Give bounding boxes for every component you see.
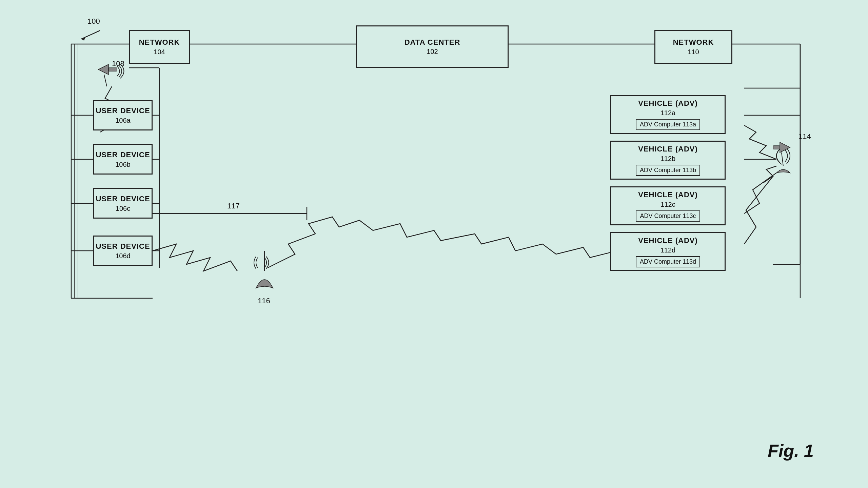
data-center-102-box: DATA CENTER 102	[356, 25, 509, 68]
vehicle-112b-title: VEHICLE (ADV)	[638, 144, 698, 154]
svg-rect-32	[108, 68, 117, 71]
vehicle-112a-title: VEHICLE (ADV)	[638, 99, 698, 108]
vehicle-112a-id: 112a	[660, 109, 676, 117]
user-device-106a-box: USER DEVICE 106a	[93, 100, 153, 130]
vehicle-112b-computer: ADV Computer 113b	[636, 165, 700, 176]
network-104-box: NETWORK 104	[129, 30, 190, 64]
antenna-116	[251, 251, 278, 295]
network-110-box: NETWORK 110	[654, 30, 732, 64]
data-center-102-title: DATA CENTER	[405, 38, 460, 47]
user-device-106a-id: 106a	[115, 117, 131, 124]
network-110-title: NETWORK	[673, 38, 714, 47]
user-device-106d-box: USER DEVICE 106d	[93, 236, 153, 266]
vehicle-112a-computer: ADV Computer 113a	[636, 119, 700, 130]
ref-114: 114	[798, 132, 811, 141]
user-device-106a-title: USER DEVICE	[96, 106, 150, 116]
network-104-title: NETWORK	[139, 38, 180, 47]
user-device-106b-box: USER DEVICE 106b	[93, 144, 153, 175]
user-device-106d-title: USER DEVICE	[96, 242, 150, 251]
diagram-container: 100 NETWORK 104 DATA CENTER 102 NETWORK …	[0, 0, 868, 488]
svg-line-33	[104, 75, 107, 86]
vehicle-112c-box: VEHICLE (ADV) 112c ADV Computer 113c	[610, 186, 726, 225]
svg-line-36	[782, 152, 783, 166]
network-110-id: 110	[688, 48, 699, 56]
data-center-102-id: 102	[427, 48, 438, 56]
svg-rect-35	[773, 146, 780, 149]
ref-116: 116	[258, 297, 270, 305]
ref-100: 100	[87, 17, 100, 26]
vehicle-112d-title: VEHICLE (ADV)	[638, 236, 698, 246]
vehicle-112c-computer: ADV Computer 113c	[636, 210, 700, 222]
user-device-106c-title: USER DEVICE	[96, 194, 150, 204]
svg-marker-34	[780, 142, 790, 152]
fig-label: Fig. 1	[768, 441, 814, 461]
network-104-id: 104	[154, 48, 165, 56]
vehicle-112b-box: VEHICLE (ADV) 112b ADV Computer 113b	[610, 141, 726, 180]
vehicle-112d-computer: ADV Computer 113d	[636, 256, 700, 267]
svg-marker-1	[81, 37, 85, 41]
vehicle-112d-id: 112d	[660, 246, 676, 254]
user-device-106c-id: 106c	[116, 205, 130, 212]
antenna-114	[770, 132, 797, 176]
svg-marker-31	[98, 64, 108, 75]
vehicle-112d-box: VEHICLE (ADV) 112d ADV Computer 113d	[610, 232, 726, 271]
ref-108: 108	[112, 59, 124, 68]
user-device-106b-id: 106b	[115, 161, 131, 168]
user-device-106c-box: USER DEVICE 106c	[93, 188, 153, 219]
vehicle-112a-box: VEHICLE (ADV) 112a ADV Computer 113a	[610, 95, 726, 134]
vehicle-112b-id: 112b	[660, 155, 676, 163]
user-device-106d-id: 106d	[115, 252, 131, 260]
ref-117: 117	[227, 202, 240, 210]
vehicle-112c-title: VEHICLE (ADV)	[638, 190, 698, 200]
vehicle-112c-id: 112c	[660, 201, 675, 208]
user-device-106b-title: USER DEVICE	[96, 150, 150, 160]
